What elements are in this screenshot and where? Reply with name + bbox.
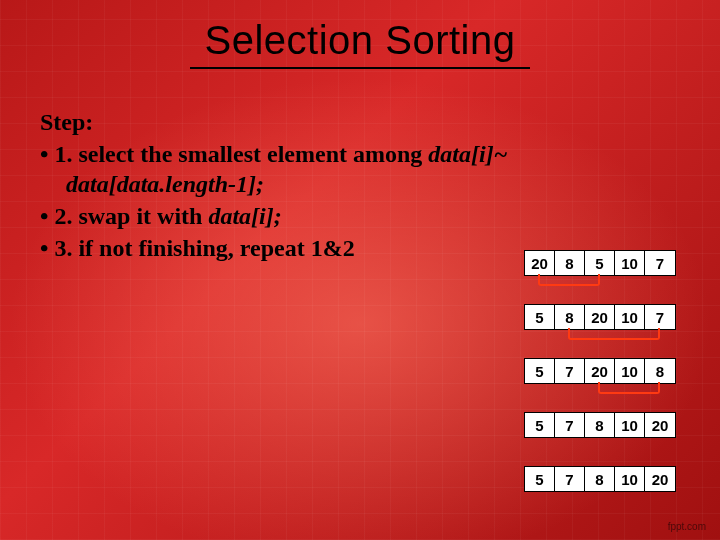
array-cell: 8 [585,467,615,491]
array-cell: 20 [585,305,615,329]
array-row: 5781020 [524,412,676,438]
array-cell: 20 [645,467,675,491]
swap-connector [598,382,660,394]
step-3-lead: 3. if not finishing, repeat 1&2 [54,235,354,261]
array-row: 5820107 [524,304,676,330]
array-cell: 7 [555,413,585,437]
slide: Selection Sorting Step: • 1. select the … [0,0,720,540]
array-row: 2085107 [524,250,676,276]
step-1: • 1. select the smallest element among d… [40,139,570,199]
array-cell: 5 [585,251,615,275]
array-cell: 5 [525,359,555,383]
bullet-glyph: • [40,235,48,261]
array-cell: 20 [585,359,615,383]
array-cell: 5 [525,305,555,329]
steps-block: Step: • 1. select the smallest element a… [40,107,570,263]
step-3: • 3. if not finishing, repeat 1&2 [40,233,570,263]
array-cell: 5 [525,467,555,491]
step-2-lead: 2. swap it with [54,203,208,229]
array-steps: 20851075820107572010857810205781020 [524,250,676,492]
swap-connector [568,328,660,340]
array-cell: 10 [615,359,645,383]
array-cell: 7 [555,359,585,383]
array-cell: 7 [645,305,675,329]
step-2: • 2. swap it with data[i]; [40,201,570,231]
array-cell: 5 [525,413,555,437]
array-cell: 8 [585,413,615,437]
array-row: 5720108 [524,358,676,384]
array-cell: 7 [555,467,585,491]
array: 5781020 [524,412,676,438]
array-row: 5781020 [524,466,676,492]
array-cell: 8 [645,359,675,383]
swap-connector [538,274,600,286]
array-cell: 10 [615,305,645,329]
slide-title: Selection Sorting [40,18,680,63]
array-cell: 8 [555,251,585,275]
bullet-glyph: • [40,141,48,167]
steps-heading: Step: [40,107,570,137]
array: 5820107 [524,304,676,330]
array: 5720108 [524,358,676,384]
step-2-ital: data[i]; [208,203,281,229]
step-1-lead: 1. select the smallest element among [54,141,428,167]
array-cell: 7 [645,251,675,275]
bullet-glyph: • [40,203,48,229]
array: 2085107 [524,250,676,276]
array-cell: 20 [645,413,675,437]
array-cell: 10 [615,467,645,491]
array-cell: 10 [615,413,645,437]
array-cell: 8 [555,305,585,329]
footer-credit: fppt.com [668,521,706,532]
title-underline [190,67,530,69]
array: 5781020 [524,466,676,492]
array-cell: 20 [525,251,555,275]
array-cell: 10 [615,251,645,275]
